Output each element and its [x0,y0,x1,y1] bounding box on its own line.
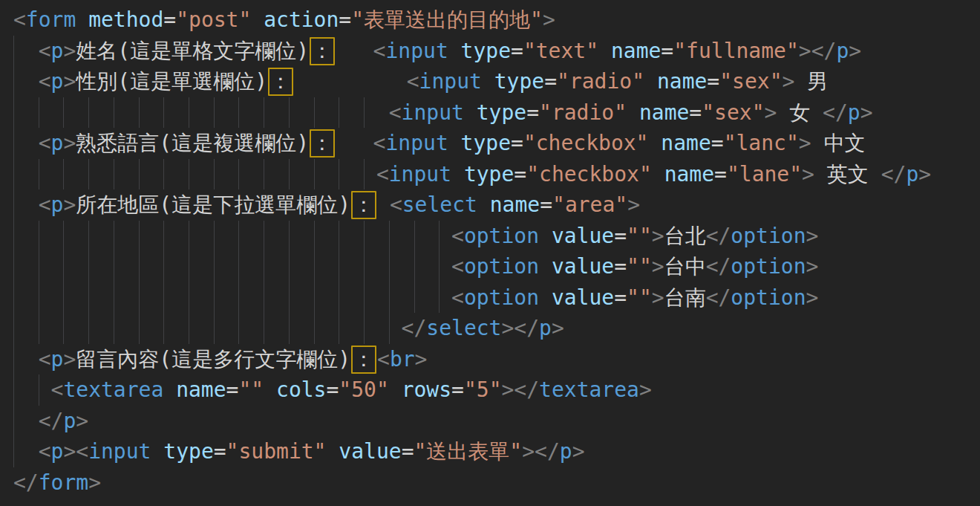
code-text [464,100,477,125]
code-text: 台中 [664,254,706,279]
indent-guide [13,221,14,252]
indent-whitespace [13,39,39,63]
punctuation: > [765,100,777,125]
equals-sign: = [540,192,552,217]
indent-guide [214,282,215,314]
indent-whitespace [13,377,51,402]
indent-guide [63,221,64,252]
tag-name: option [464,285,539,310]
indent-guide [439,251,440,282]
attribute-name: type [494,69,544,94]
code-text: 姓名(這是單格文字欄位) [76,39,309,63]
punctuation: > [806,285,819,310]
code-text [477,192,490,217]
indent-guide [264,159,264,190]
code-line: <p>姓名(這是單格文字欄位)： <input type="text" name… [13,36,980,67]
indent-guide [88,313,89,344]
tag-name: option [731,285,806,310]
punctuation: ></ [501,316,539,340]
string-value: "submit" [226,439,327,464]
tag-name: p [51,69,64,94]
indent-whitespace [13,69,39,94]
string-value: "lanc" [724,131,799,155]
code-line: </select></p> [13,313,980,344]
code-text: 英文 [814,162,881,186]
attribute-name: type [461,39,511,63]
equals-sign: = [714,162,727,186]
indent-guide [289,313,290,344]
punctuation: > [552,316,564,340]
code-line: <input type="radio" name="sex"> 女 </p> [13,97,980,129]
indent-guide [13,282,14,314]
punctuation: > [543,7,555,32]
equals-sign: = [326,377,339,402]
indent-guide [339,282,339,314]
tag-name: p [51,39,64,63]
tag-name: option [464,254,539,279]
punctuation: < [39,39,51,63]
code-line: <p>所在地區(這是下拉選單欄位)： <select name="area"> [13,189,980,221]
indent-guide [214,313,215,344]
punctuation: > [76,409,88,433]
code-editor[interactable]: <form method="post" action="表單送出的目的地"> <… [0,0,980,506]
equals-sign: = [614,224,627,248]
string-value: "" [238,377,264,402]
indent-guide [39,97,39,129]
code-line: </p> [13,406,980,437]
tag-name: input [402,100,464,125]
indent-whitespace [13,409,39,433]
equals-sign: = [707,69,719,94]
tag-name: select [402,192,477,217]
tag-name: p [63,409,76,433]
equals-sign: = [689,100,702,125]
indent-guide [238,313,239,344]
indent-guide [314,251,315,282]
punctuation: < [389,100,402,125]
indent-guide [414,221,415,252]
indent-whitespace [13,100,389,125]
punctuation: > [627,192,640,217]
indent-guide [63,313,64,344]
indent-guide [389,221,390,252]
indent-guide [13,189,14,221]
equals-sign: = [214,439,226,464]
code-text: 中文 [811,131,866,155]
indent-guide [139,282,140,314]
code-line: <option value="">台北</option> [13,221,980,252]
indent-guide [264,251,264,282]
equals-sign: = [614,254,627,279]
code-text [336,39,373,63]
unicode-highlight-colon: ： [268,68,293,96]
attribute-name: cols [276,377,326,402]
indent-guide [264,313,264,344]
equals-sign: = [614,285,627,310]
equals-sign: = [163,7,176,32]
indent-whitespace [13,316,402,340]
string-value: "送出表單" [414,439,522,464]
string-value: "5" [464,377,502,402]
tag-name: select [426,316,501,340]
string-value: "checkbox" [523,131,649,155]
code-text: 性別(這是單選欄位) [76,69,267,94]
code-text: 男 [794,69,828,94]
punctuation: </ [13,470,39,495]
indent-guide [88,97,89,129]
indent-guide [189,282,189,314]
punctuation: > [783,69,795,94]
indent-guide [13,374,14,406]
indent-guide [214,97,215,129]
code-text [251,7,264,32]
punctuation: > [63,192,76,217]
indent-guide [63,251,64,282]
indent-guide [314,97,315,129]
indent-guide [13,66,14,97]
code-text [448,39,461,63]
attribute-name: rows [402,377,451,402]
attribute-name: value [552,254,614,279]
equals-sign: = [526,100,539,125]
punctuation: < [377,347,390,372]
indent-guide [264,97,264,129]
punctuation: < [39,192,51,217]
code-text [377,192,390,217]
string-value: "post" [176,7,251,32]
